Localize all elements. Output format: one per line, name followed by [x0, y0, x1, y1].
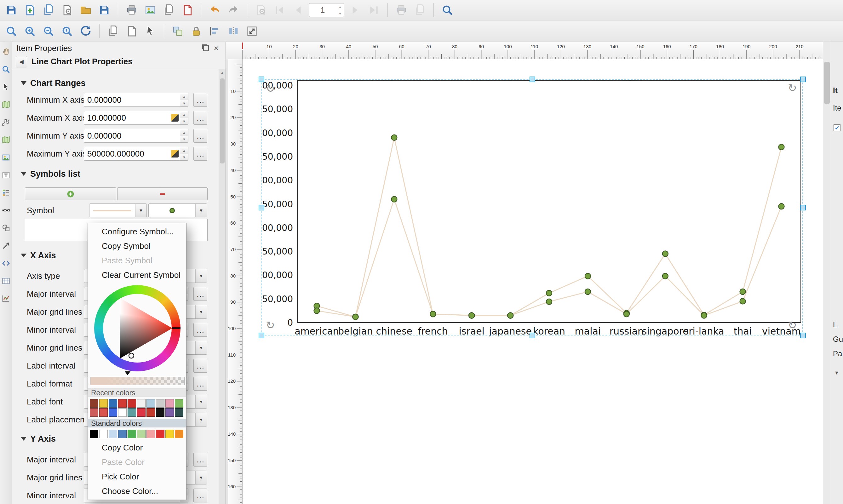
data-defined-override-icon[interactable]: [171, 114, 179, 122]
major-interval-options-button[interactable]: …: [193, 287, 207, 301]
zoom-actual-button[interactable]: [59, 24, 75, 39]
maximum-x-axis-options-button[interactable]: …: [193, 111, 207, 125]
color-swatch[interactable]: [109, 408, 117, 417]
symbol-marker-dropdown[interactable]: ▼: [148, 203, 207, 217]
resize-items-button[interactable]: [245, 24, 259, 39]
export-as-image-button[interactable]: [143, 2, 158, 18]
minor-interval-options-button[interactable]: …: [193, 323, 207, 337]
scroll-up-icon[interactable]: ▲: [219, 69, 226, 75]
redo-button[interactable]: [226, 2, 241, 18]
back-button[interactable]: ◀: [16, 56, 27, 67]
print-layout-button[interactable]: [124, 2, 139, 18]
maximum-x-axis-field[interactable]: 10.000000▲▼: [84, 111, 189, 125]
atlas-settings-button[interactable]: [253, 2, 268, 18]
selection-handle[interactable]: [800, 332, 806, 338]
color-swatch[interactable]: [156, 399, 164, 408]
chevron-down-icon[interactable]: ▼: [135, 204, 146, 217]
selection-handle[interactable]: [258, 76, 264, 82]
add-picture-button[interactable]: [1, 152, 11, 163]
color-swatch[interactable]: [175, 399, 183, 408]
lock-items-button[interactable]: [189, 24, 204, 39]
rotate-handle-icon[interactable]: ↻: [788, 83, 797, 93]
add-attribute-table-button[interactable]: [1, 276, 11, 286]
hue-marker-icon[interactable]: [172, 327, 180, 329]
color-wheel[interactable]: [94, 285, 180, 372]
save-layout-button[interactable]: [97, 2, 112, 18]
export-as-svg-button[interactable]: [161, 2, 176, 18]
clear-current-symbol-menu-item[interactable]: Clear Current Symbol: [88, 268, 186, 282]
new-layout-button[interactable]: [22, 2, 37, 18]
choose-color-menu-item[interactable]: Choose Color...: [88, 484, 186, 498]
rotate-handle-icon[interactable]: ↻: [266, 83, 275, 94]
label-format-options-button[interactable]: …: [193, 377, 207, 391]
color-swatch[interactable]: [175, 430, 183, 438]
pick-color-menu-item[interactable]: Pick Color: [88, 469, 186, 484]
color-swatch[interactable]: [109, 430, 117, 438]
add-label-button[interactable]: [1, 170, 11, 180]
color-swatch[interactable]: [99, 399, 108, 408]
close-panel-button[interactable]: ×: [211, 43, 221, 53]
spinner-buttons[interactable]: ▲▼: [180, 147, 188, 160]
add-map-button[interactable]: [1, 134, 11, 145]
distribute-items-button[interactable]: [226, 24, 241, 39]
maximum-y-axis-options-button[interactable]: …: [193, 147, 207, 161]
copy-item-button[interactable]: [106, 24, 121, 39]
float-panel-button[interactable]: [201, 43, 211, 53]
add-legend-button[interactable]: [1, 187, 11, 198]
spinner-buttons[interactable]: ▲▼: [180, 129, 188, 142]
align-items-button[interactable]: [207, 24, 222, 39]
selection-handle[interactable]: [530, 332, 535, 338]
color-swatch[interactable]: [99, 430, 108, 438]
zoom-full-button[interactable]: [4, 24, 19, 39]
selection-handle[interactable]: [258, 205, 264, 211]
color-swatch[interactable]: [146, 399, 155, 408]
add-arrow-button[interactable]: [1, 240, 11, 251]
selection-handle[interactable]: [530, 76, 535, 82]
color-swatch[interactable]: [165, 408, 174, 417]
spinner-buttons[interactable]: ▲▼: [180, 93, 188, 106]
color-swatch[interactable]: [137, 408, 146, 417]
chevron-down-icon[interactable]: ▼: [195, 204, 207, 217]
refresh-preview-button[interactable]: [440, 2, 455, 18]
color-swatch[interactable]: [109, 399, 117, 408]
add-scalebar-button[interactable]: [1, 205, 11, 216]
previous-feature-button[interactable]: [290, 2, 306, 18]
section-symbols-list[interactable]: Symbols list: [12, 167, 219, 180]
print-atlas-button[interactable]: [394, 2, 409, 18]
label-interval-options-button[interactable]: …: [193, 359, 207, 373]
color-swatch[interactable]: [128, 408, 136, 417]
rotate-handle-icon[interactable]: ↻: [266, 320, 275, 330]
section-chart-ranges[interactable]: Chart Ranges: [12, 77, 219, 89]
add-shape-button[interactable]: [1, 223, 11, 233]
major-interval-options-button[interactable]: …: [193, 453, 207, 467]
edit-nodes-item-button[interactable]: [1, 117, 11, 128]
color-swatch[interactable]: [118, 399, 127, 408]
configure-symbol-menu-item[interactable]: Configure Symbol...: [88, 224, 186, 239]
data-defined-override-icon[interactable]: [171, 150, 179, 158]
select-move-item-button[interactable]: [1, 82, 11, 92]
panel-scrollbar[interactable]: ▲: [219, 69, 226, 504]
maximum-y-axis-field[interactable]: 500000.000000▲▼: [84, 147, 189, 161]
color-swatch[interactable]: [90, 430, 98, 438]
color-swatch[interactable]: [90, 408, 98, 417]
color-swatch[interactable]: [118, 430, 127, 438]
rotate-handle-icon[interactable]: ↻: [788, 320, 797, 330]
group-items-button[interactable]: [170, 24, 185, 39]
scrollbar-thumb[interactable]: [220, 78, 225, 163]
selection-handle[interactable]: [258, 332, 264, 338]
color-swatch[interactable]: [90, 399, 98, 408]
saturation-triangle[interactable]: [94, 285, 180, 372]
minor-interval-options-button[interactable]: …: [193, 489, 207, 502]
zoom-out-button[interactable]: [41, 24, 56, 39]
scrollbar-thumb[interactable]: [824, 62, 830, 104]
add-plot-button[interactable]: [1, 293, 11, 304]
copy-color-menu-item[interactable]: Copy Color: [88, 440, 186, 455]
color-swatch[interactable]: [128, 399, 136, 408]
export-as-pdf-button[interactable]: [180, 2, 195, 18]
remove-symbol-button[interactable]: [117, 187, 208, 200]
spinner-buttons[interactable]: ▲▼: [180, 111, 188, 124]
add-symbol-button[interactable]: [25, 187, 116, 200]
atlas-page-spinbox[interactable]: 1▲▼: [309, 3, 344, 17]
copy-symbol-menu-item[interactable]: Copy Symbol: [88, 239, 186, 253]
chevron-down-icon[interactable]: ▼: [834, 370, 839, 376]
